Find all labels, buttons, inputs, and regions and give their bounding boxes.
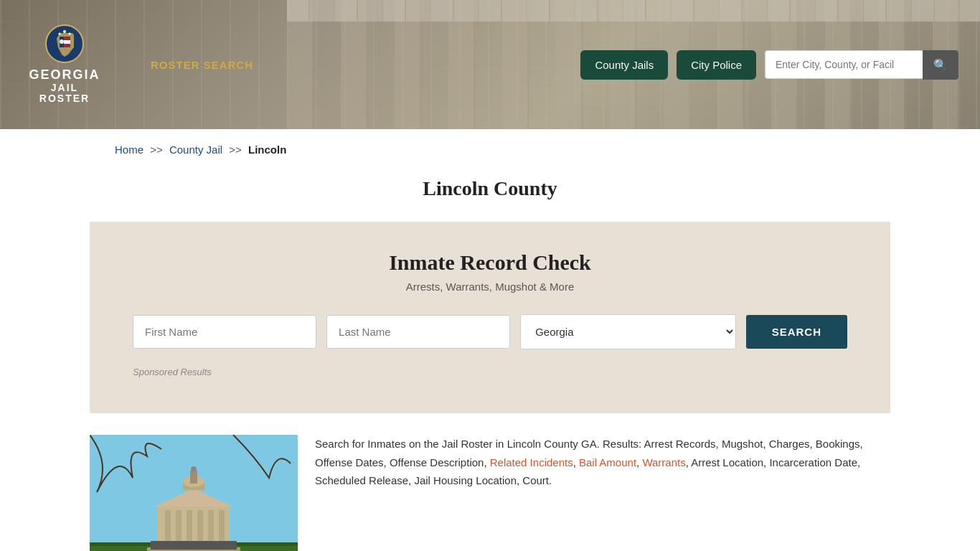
- header-search-box: 🔍: [765, 50, 958, 80]
- logo-roster: ROSTER: [39, 93, 90, 104]
- breadcrumb: Home >> County Jail >> Lincoln: [0, 129, 980, 170]
- breadcrumb-sep-1: >>: [150, 143, 163, 156]
- highlight-bail-amount: Bail Amount: [579, 456, 636, 468]
- header-right-controls: County Jails City Police 🔍: [580, 50, 958, 80]
- highlight-related-incidents: Related Incidents: [490, 456, 573, 468]
- county-jails-button[interactable]: County Jails: [580, 50, 668, 80]
- page-title-area: Lincoln County: [0, 170, 980, 222]
- svg-rect-14: [176, 510, 182, 546]
- highlight-warrants: Warrants: [642, 456, 685, 468]
- breadcrumb-home[interactable]: Home: [115, 143, 143, 156]
- header-search-input[interactable]: [765, 50, 923, 79]
- svg-rect-24: [151, 545, 237, 548]
- city-police-button[interactable]: City Police: [677, 50, 756, 80]
- logo-georgia: GEORGIA: [29, 68, 100, 83]
- svg-rect-22: [190, 471, 197, 484]
- inmate-record-section: Inmate Record Check Arrests, Warrants, M…: [90, 222, 890, 413]
- inmate-search-button[interactable]: SEARCH: [746, 315, 847, 349]
- svg-point-23: [191, 466, 197, 472]
- bottom-description: Search for Inmates on the Jail Roster in…: [315, 435, 890, 490]
- bottom-section: Search for Inmates on the Jail Roster in…: [0, 413, 980, 551]
- svg-rect-25: [147, 547, 240, 551]
- sponsored-results-label: Sponsored Results: [133, 367, 847, 377]
- breadcrumb-sep-2: >>: [229, 143, 242, 156]
- inmate-section-title: Inmate Record Check: [133, 250, 847, 275]
- search-icon: 🔍: [933, 59, 948, 71]
- svg-rect-18: [219, 510, 225, 546]
- svg-rect-17: [208, 510, 214, 546]
- svg-rect-13: [165, 510, 171, 546]
- breadcrumb-current: Lincoln: [248, 143, 286, 156]
- georgia-state-icon: [45, 24, 85, 64]
- courthouse-image: [90, 435, 298, 551]
- svg-rect-15: [187, 510, 192, 546]
- inmate-search-form: Georgia Alabama Florida Tennessee South …: [133, 314, 847, 349]
- svg-point-1: [63, 30, 66, 33]
- courthouse-svg: [90, 435, 298, 551]
- svg-point-8: [60, 39, 64, 44]
- roster-search-nav[interactable]: ROSTER SEARCH: [151, 59, 253, 71]
- svg-rect-16: [197, 510, 203, 546]
- logo-jail: JAIL: [51, 83, 78, 93]
- state-select[interactable]: Georgia Alabama Florida Tennessee South …: [520, 314, 736, 349]
- breadcrumb-county-jail[interactable]: County Jail: [169, 143, 222, 156]
- svg-point-2: [58, 33, 60, 35]
- logo-area: GEORGIA JAIL ROSTER: [22, 24, 108, 105]
- svg-point-3: [68, 33, 70, 35]
- first-name-input[interactable]: [133, 315, 316, 349]
- last-name-input[interactable]: [326, 315, 510, 349]
- inmate-section-subtitle: Arrests, Warrants, Mugshot & More: [133, 281, 847, 293]
- site-header: GEORGIA JAIL ROSTER ROSTER SEARCH County…: [0, 0, 980, 129]
- page-title: Lincoln County: [0, 177, 980, 200]
- header-search-button[interactable]: 🔍: [923, 50, 958, 80]
